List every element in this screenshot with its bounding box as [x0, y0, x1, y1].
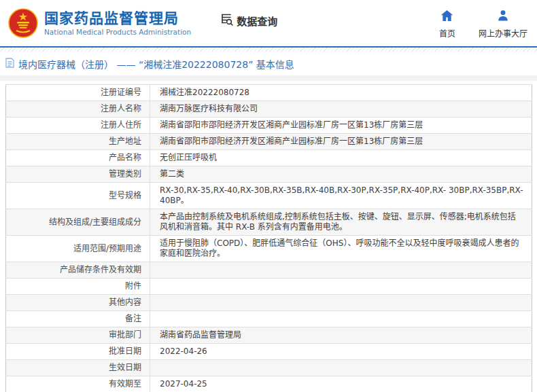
row-value: RX-30,RX-35,RX-40,RX-30B,RX-35B,RX-40B,R…: [150, 183, 532, 209]
row-value: [150, 295, 532, 311]
info-table-body: 注册证编号 湘械注准20222080728 注册人名称 湖南万脉医疗科技有限公司…: [6, 85, 532, 392]
row-label: 产品名称: [6, 150, 150, 166]
row-value: [150, 360, 532, 376]
row-value: 第二类: [150, 166, 532, 183]
info-table: 注册证编号 湘械注准20222080728 注册人名称 湖南万脉医疗科技有限公司…: [5, 84, 532, 392]
row-value: 湖南省药品监督管理局: [150, 327, 532, 344]
row-label: 其他内容: [6, 295, 150, 311]
breadcrumb: 境内医疗器械（注册） —— “湘械注准20222080728” 基本信息: [0, 52, 537, 75]
org-subtitle: National Medical Products Administration: [44, 28, 191, 36]
data-query-section: 数据查询: [220, 12, 277, 29]
row-label: 审批部门: [6, 327, 150, 344]
table-row: 注册人住所 湖南省邵阳市邵阳经济开发区湘商产业园标准厂房一区第13栋厂房第三层: [6, 118, 532, 134]
row-value: [150, 279, 532, 295]
row-value: [150, 311, 532, 327]
document-icon: [5, 58, 14, 71]
table-row: 审批部门 湖南省药品监督管理局: [6, 327, 532, 344]
table-row: 结构及组成/主要组成成分 本产品由控制系统及电机系统组成,控制系统包括主板、按键…: [6, 209, 532, 236]
person-icon: [497, 10, 509, 24]
nav-hall-label: 网上办事大厅: [479, 27, 527, 39]
row-label: 结构及组成/主要组成成分: [6, 209, 150, 236]
row-value: 适用于慢阻肺（COPD）、肥胖低通气综合征（OHS）、呼吸功能不全以及轻中度呼吸…: [150, 236, 532, 262]
table-row: 其他内容: [6, 295, 532, 311]
row-value: 本产品由控制系统及电机系统组成,控制系统包括主板、按键、旋钮、显示屏、传感器;电…: [150, 209, 532, 236]
row-label: 型号规格: [6, 183, 150, 209]
table-row: 管理类别 第二类: [6, 166, 532, 183]
row-value: 2022-04-26: [150, 344, 532, 360]
row-label: 注册人名称: [6, 101, 150, 118]
org-title: 国家药品监督管理局: [44, 10, 191, 26]
table-row: 附件: [6, 279, 532, 295]
table-row: 生产地址 湖南省邵阳市邵阳经济开发区湘商产业园标准厂房一区第13栋厂房第三层: [6, 134, 532, 150]
nav-item-service-hall[interactable]: 网上办事大厅: [479, 10, 527, 39]
row-label: 生产地址: [6, 134, 150, 150]
row-label: 有效期至: [6, 376, 150, 392]
table-row: 批准日期 2022-04-26: [6, 344, 532, 360]
table-row: 适用范围/预期用途 适用于慢阻肺（COPD）、肥胖低通气综合征（OHS）、呼吸功…: [6, 236, 532, 262]
row-value: [150, 262, 532, 279]
row-value: 湖南省邵阳市邵阳经济开发区湘商产业园标准厂房一区第13栋厂房第三层: [150, 118, 532, 134]
data-query-icon: [220, 12, 234, 29]
breadcrumb-bottom-band: [0, 75, 537, 81]
header-nav: 首页 网上办事大厅: [439, 10, 527, 39]
header: 国家药品监督管理局 National Medical Products Admi…: [0, 0, 537, 46]
table-row: 有效期至 2027-04-25: [6, 376, 532, 392]
row-label: 适用范围/预期用途: [6, 236, 150, 262]
row-label: 附件: [6, 279, 150, 295]
registration-info: 注册证编号 湘械注准20222080728 注册人名称 湖南万脉医疗科技有限公司…: [0, 81, 537, 392]
site-logo: 国家药品监督管理局 National Medical Products Admi…: [8, 8, 191, 38]
home-icon: [440, 10, 453, 24]
row-value: 湖南万脉医疗科技有限公司: [150, 101, 532, 118]
table-row: 生效日期: [6, 360, 532, 376]
row-label: 注册人住所: [6, 118, 150, 134]
row-label: 生效日期: [6, 360, 150, 376]
table-row: 注册证编号 湘械注准20222080728: [6, 85, 532, 101]
nav-home-label: 首页: [439, 27, 455, 39]
section-title: 数据查询: [237, 14, 277, 28]
table-row: 注册人名称 湖南万脉医疗科技有限公司: [6, 101, 532, 118]
table-row: 备注: [6, 311, 532, 327]
row-label: 批准日期: [6, 344, 150, 360]
row-label: 产品储存条件及有效期: [6, 262, 150, 279]
breadcrumb-text: 境内医疗器械（注册） —— “湘械注准20222080728” 基本信息: [18, 57, 294, 71]
table-row: 产品名称 无创正压呼吸机: [6, 150, 532, 166]
table-row: 产品储存条件及有效期: [6, 262, 532, 279]
national-emblem-icon: [8, 8, 38, 38]
nav-item-home[interactable]: 首页: [439, 10, 455, 39]
row-label: 注册证编号: [6, 85, 150, 101]
row-value: 湘械注准20222080728: [150, 85, 532, 101]
row-label: 备注: [6, 311, 150, 327]
row-value: 无创正压呼吸机: [150, 150, 532, 166]
row-value: 2027-04-25: [150, 376, 532, 392]
row-label: 管理类别: [6, 166, 150, 183]
row-value: 湖南省邵阳市邵阳经济开发区湘商产业园标准厂房一区第13栋厂房第三层: [150, 134, 532, 150]
table-row: 型号规格 RX-30,RX-35,RX-40,RX-30B,RX-35B,RX-…: [6, 183, 532, 209]
